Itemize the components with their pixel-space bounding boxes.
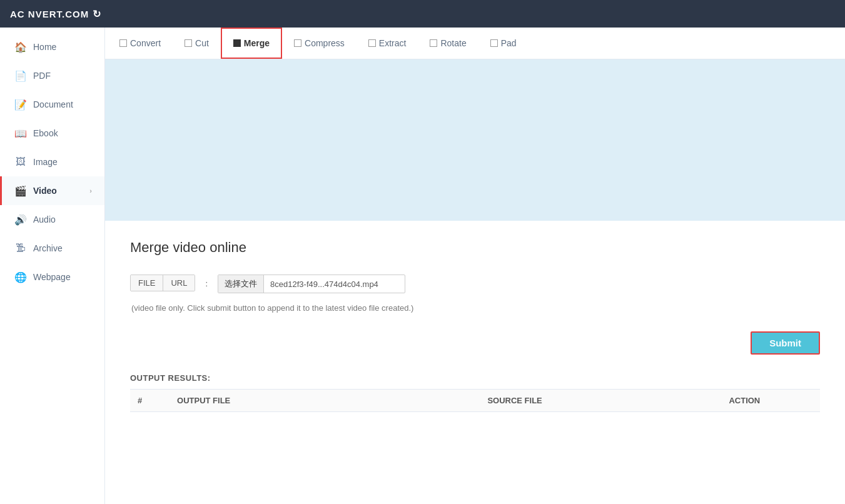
tab-rotate-label: Rotate (440, 38, 466, 48)
banner-area (105, 59, 845, 221)
sidebar-label-pdf: PDF (33, 71, 51, 81)
merge-tab-icon (233, 39, 241, 47)
file-input-display: 选择文件 8ced12f3-f49...474d4c04.mp4 (218, 275, 405, 293)
audio-icon: 🔊 (14, 213, 27, 226)
ebook-icon: 📖 (14, 127, 27, 139)
sidebar-item-image[interactable]: 🖼 Image (0, 148, 104, 176)
sidebar-label-ebook: Ebook (33, 128, 58, 138)
tabs-bar: Convert Cut Merge Compress Extract Rotat… (105, 28, 845, 59)
output-label: OUTPUT RESULTS: (130, 373, 820, 383)
sidebar-item-home[interactable]: 🏠 Home (0, 33, 104, 61)
image-icon: 🖼 (14, 156, 27, 168)
sidebar-label-audio: Audio (33, 214, 56, 224)
tab-extract[interactable]: Extract (357, 28, 418, 59)
pad-tab-icon (490, 39, 498, 47)
results-table: # OUTPUT FILE SOURCE FILE ACTION (130, 389, 820, 412)
convert-tab-icon (119, 39, 127, 47)
sidebar-item-ebook[interactable]: 📖 Ebook (0, 119, 104, 148)
chevron-right-icon: › (89, 187, 92, 194)
layout: 🏠 Home 📄 PDF 📝 Document 📖 Ebook 🖼 Image … (0, 28, 845, 504)
tab-cut-label: Cut (195, 38, 209, 48)
archive-icon: 🗜 (14, 242, 27, 255)
tab-convert[interactable]: Convert (108, 28, 173, 59)
tab-compress[interactable]: Compress (282, 28, 357, 59)
document-icon: 📝 (14, 98, 27, 111)
pdf-icon: 📄 (14, 69, 27, 82)
tab-pad[interactable]: Pad (478, 28, 529, 59)
sidebar: 🏠 Home 📄 PDF 📝 Document 📖 Ebook 🖼 Image … (0, 28, 105, 504)
sidebar-label-document: Document (33, 99, 73, 109)
top-bar: AC NVERT.COM ↻ (0, 0, 845, 28)
file-tab-btn[interactable]: FILE (131, 275, 163, 291)
file-hint: (video file only. Click submit button to… (131, 303, 820, 313)
sidebar-item-audio[interactable]: 🔊 Audio (0, 205, 104, 234)
tab-cut[interactable]: Cut (173, 28, 221, 59)
tab-merge-label: Merge (244, 38, 270, 48)
sidebar-label-home: Home (33, 42, 56, 52)
col-header-num: # (130, 390, 170, 412)
page-body: Merge video online FILE URL : 选择文件 8ced1… (105, 221, 845, 504)
sidebar-item-archive[interactable]: 🗜 Archive (0, 234, 104, 263)
tab-merge[interactable]: Merge (221, 28, 282, 59)
sidebar-label-image: Image (33, 157, 58, 167)
sidebar-label-video: Video (33, 186, 57, 196)
file-url-toggle: FILE URL (130, 275, 195, 291)
compress-tab-icon (294, 39, 301, 47)
sidebar-item-webpage[interactable]: 🌐 Webpage (0, 263, 104, 291)
col-header-action: ACTION (721, 390, 820, 412)
tab-pad-label: Pad (501, 38, 517, 48)
submit-row: Submit (130, 331, 820, 355)
output-section: OUTPUT RESULTS: # OUTPUT FILE SOURCE FIL… (130, 373, 820, 412)
choose-file-button[interactable]: 选择文件 (218, 275, 264, 293)
tab-compress-label: Compress (305, 38, 345, 48)
col-header-output: OUTPUT FILE (170, 390, 480, 412)
sidebar-item-document[interactable]: 📝 Document (0, 90, 104, 119)
col-header-source: SOURCE FILE (480, 390, 721, 412)
sidebar-label-archive: Archive (33, 243, 63, 253)
refresh-icon: ↻ (93, 8, 101, 20)
rotate-tab-icon (430, 39, 437, 47)
sidebar-item-pdf[interactable]: 📄 PDF (0, 61, 104, 90)
cut-tab-icon (185, 39, 192, 47)
tab-convert-label: Convert (130, 38, 161, 48)
submit-button[interactable]: Submit (751, 331, 820, 355)
video-icon: 🎬 (14, 184, 27, 197)
extract-tab-icon (368, 39, 376, 47)
url-tab-btn[interactable]: URL (163, 275, 195, 291)
selected-filename: 8ced12f3-f49...474d4c04.mp4 (264, 276, 385, 292)
sidebar-label-webpage: Webpage (33, 272, 71, 282)
tab-extract-label: Extract (379, 38, 407, 48)
file-input-row: FILE URL : 选择文件 8ced12f3-f49...474d4c04.… (130, 275, 820, 293)
home-icon: 🏠 (14, 41, 27, 53)
webpage-icon: 🌐 (14, 271, 27, 283)
site-logo: AC NVERT.COM ↻ (10, 8, 101, 20)
tab-rotate[interactable]: Rotate (418, 28, 478, 59)
sidebar-item-video[interactable]: 🎬 Video › (0, 176, 104, 205)
main-content: Convert Cut Merge Compress Extract Rotat… (105, 28, 845, 504)
page-title: Merge video online (130, 239, 820, 256)
colon-separator: : (203, 275, 210, 293)
